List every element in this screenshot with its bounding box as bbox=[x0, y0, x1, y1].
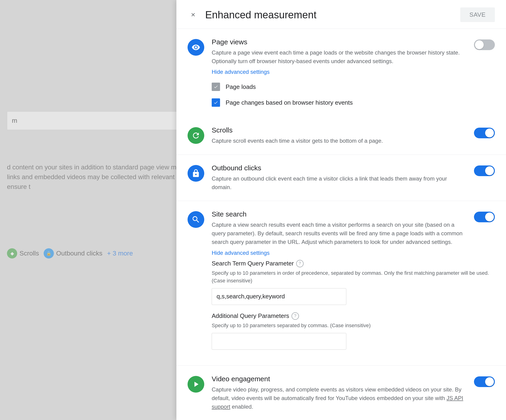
page-loads-label: Page loads bbox=[226, 83, 256, 91]
scrolls-icon bbox=[187, 127, 204, 144]
video-engagement-toggle-knob bbox=[485, 377, 494, 386]
outbound-clicks-icon bbox=[187, 165, 204, 182]
eye-icon bbox=[192, 43, 200, 52]
scrolls-section: Scrolls Capture scroll events each time … bbox=[176, 117, 506, 155]
additional-query-help-icon[interactable]: ? bbox=[292, 312, 299, 320]
page-changes-label: Page changes based on browser history ev… bbox=[226, 99, 353, 106]
page-changes-item: Page changes based on browser history ev… bbox=[212, 95, 495, 111]
additional-query-label: Additional Query Parameters ? bbox=[212, 312, 495, 320]
page-views-subitems: Page loads Page changes based on browser… bbox=[176, 79, 506, 117]
search-icon bbox=[192, 215, 200, 224]
scrolls-tag-icon: ◆ bbox=[7, 248, 17, 258]
video-engagement-desc: Capture video play, progress, and comple… bbox=[212, 385, 466, 411]
page-views-desc: Capture a page view event each time a pa… bbox=[212, 48, 466, 66]
page-views-toggle-knob bbox=[475, 40, 484, 49]
scrolls-content: Scrolls Capture scroll events each time … bbox=[212, 126, 466, 145]
video-engagement-inner: Video engagement Capture video play, pro… bbox=[187, 375, 466, 411]
site-search-desc: Capture a view search results event each… bbox=[212, 220, 466, 246]
outbound-clicks-tag-icon: 🔒 bbox=[44, 248, 54, 258]
site-search-content: Site search Capture a view search result… bbox=[212, 210, 466, 256]
lock-icon bbox=[192, 169, 200, 178]
site-search-section: Site search Capture a view search result… bbox=[176, 201, 506, 260]
page-views-section: Page views Capture a page view event eac… bbox=[176, 29, 506, 79]
video-engagement-section: Video engagement Capture video play, pro… bbox=[176, 366, 506, 420]
scrolls-title: Scrolls bbox=[212, 126, 466, 134]
site-search-hide-link[interactable]: Hide advanced settings bbox=[212, 250, 270, 256]
page-loads-item: Page loads bbox=[212, 79, 495, 95]
scrolls-symbol-icon bbox=[192, 131, 200, 140]
page-views-title: Page views bbox=[212, 38, 466, 46]
outbound-clicks-desc: Capture an outbound click event each tim… bbox=[212, 174, 466, 191]
page-views-content: Page views Capture a page view event eac… bbox=[212, 38, 466, 75]
panel-title: Enhanced measurement bbox=[205, 9, 316, 21]
additional-query-field-group: Additional Query Parameters ? Specify up… bbox=[212, 312, 495, 350]
outbound-clicks-tag-label: Outbound clicks bbox=[56, 250, 102, 257]
search-term-desc: Specify up to 10 parameters in order of … bbox=[212, 269, 495, 284]
scrolls-desc: Capture scroll events each time a visito… bbox=[212, 137, 466, 145]
scrolls-inner: Scrolls Capture scroll events each time … bbox=[187, 126, 466, 145]
scrolls-toggle-knob bbox=[485, 129, 494, 137]
video-engagement-content: Video engagement Capture video play, pro… bbox=[212, 375, 466, 411]
additional-query-input[interactable] bbox=[212, 333, 346, 350]
video-engagement-toggle[interactable] bbox=[474, 376, 495, 387]
site-search-toggle[interactable] bbox=[474, 212, 495, 222]
site-search-inner: Site search Capture a view search result… bbox=[187, 210, 466, 256]
outbound-clicks-section: Outbound clicks Capture an outbound clic… bbox=[176, 155, 506, 201]
page-loads-check-icon bbox=[213, 85, 218, 89]
page-views-icon bbox=[187, 39, 204, 56]
close-button[interactable]: × bbox=[187, 9, 199, 20]
panel-body: Page views Capture a page view event eac… bbox=[176, 29, 506, 420]
video-engagement-title: Video engagement bbox=[212, 375, 466, 383]
enhanced-measurement-panel: × Enhanced measurement SAVE Page views C… bbox=[176, 0, 506, 420]
page-views-toggle[interactable] bbox=[474, 39, 495, 50]
site-search-advanced: Search Term Query Parameter ? Specify up… bbox=[176, 260, 506, 366]
search-term-label: Search Term Query Parameter ? bbox=[212, 260, 495, 267]
more-tags-label: + 3 more bbox=[107, 250, 133, 257]
site-search-toggle-knob bbox=[485, 213, 494, 221]
js-api-link[interactable]: JS API support bbox=[212, 395, 463, 410]
site-search-icon bbox=[187, 211, 204, 228]
page-changes-check-icon bbox=[213, 100, 218, 105]
scrolls-toggle[interactable] bbox=[474, 128, 495, 138]
page-loads-checkbox[interactable] bbox=[212, 83, 220, 91]
scrolls-tag-label: Scrolls bbox=[20, 250, 39, 257]
play-icon bbox=[192, 380, 200, 389]
site-search-title: Site search bbox=[212, 210, 466, 218]
panel-header: × Enhanced measurement SAVE bbox=[176, 0, 506, 29]
additional-query-desc: Specify up to 10 parameters separated by… bbox=[212, 322, 495, 329]
panel-header-left: × Enhanced measurement bbox=[187, 9, 316, 21]
outbound-clicks-toggle-knob bbox=[485, 166, 494, 175]
outbound-clicks-content: Outbound clicks Capture an outbound clic… bbox=[212, 164, 466, 191]
search-term-field-group: Search Term Query Parameter ? Specify up… bbox=[212, 260, 495, 305]
outbound-clicks-toggle[interactable] bbox=[474, 165, 495, 176]
video-engagement-icon bbox=[187, 376, 204, 393]
outbound-clicks-inner: Outbound clicks Capture an outbound clic… bbox=[187, 164, 466, 191]
save-button[interactable]: SAVE bbox=[460, 7, 495, 22]
search-term-help-icon[interactable]: ? bbox=[296, 260, 304, 267]
outbound-clicks-title: Outbound clicks bbox=[212, 164, 466, 172]
search-term-input[interactable] bbox=[212, 288, 346, 305]
page-views-inner: Page views Capture a page view event eac… bbox=[187, 38, 466, 75]
page-views-hide-link[interactable]: Hide advanced settings bbox=[212, 69, 270, 75]
page-changes-checkbox[interactable] bbox=[212, 98, 220, 107]
